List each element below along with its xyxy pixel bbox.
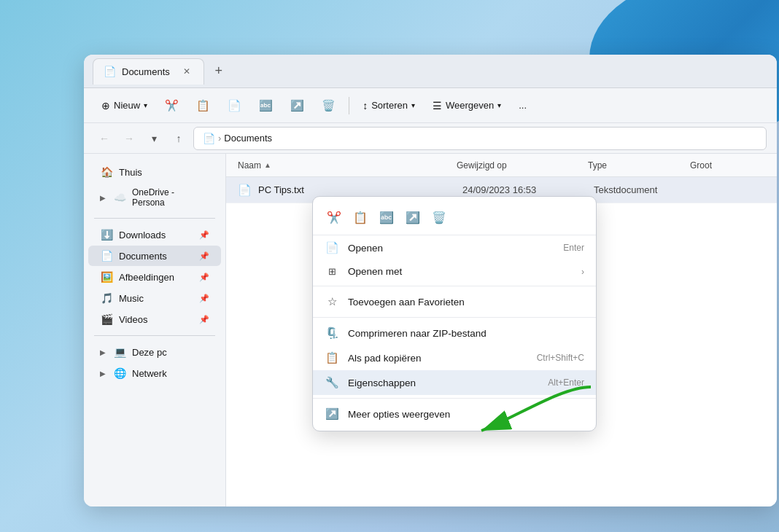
new-icon: ⊕ bbox=[101, 100, 110, 112]
new-tab-button[interactable]: + bbox=[209, 61, 229, 82]
ctx-cut-button[interactable]: ✂️ bbox=[322, 206, 346, 229]
copy-icon: 📋 bbox=[196, 99, 210, 112]
file-area: Naam ▲ Gewijzigd op Type Groot 📄 bbox=[226, 154, 777, 506]
breadcrumb-folder-icon: 📄 bbox=[203, 133, 215, 144]
tab-icon: 📄 bbox=[104, 66, 116, 77]
more-button[interactable]: ... bbox=[511, 96, 534, 114]
music-icon: 🎵 bbox=[100, 292, 113, 304]
expand-icon: ▶ bbox=[100, 369, 106, 378]
forward-button[interactable]: → bbox=[119, 128, 139, 149]
share-button[interactable]: ↗️ bbox=[283, 95, 311, 116]
sidebar-separator-2 bbox=[94, 335, 215, 336]
col-type: Type bbox=[588, 160, 690, 171]
rename-button[interactable]: 🔤 bbox=[252, 95, 280, 116]
cut-button[interactable]: ✂️ bbox=[158, 95, 186, 116]
copy-button[interactable]: 📋 bbox=[189, 95, 217, 116]
sort-dropdown-icon: ▾ bbox=[411, 101, 415, 109]
videos-icon: 🎬 bbox=[100, 313, 113, 325]
sidebar-item-videos[interactable]: 🎬 Videos 📌 bbox=[88, 309, 221, 329]
sidebar-item-onedrive[interactable]: ▶ ☁️ OneDrive - Persona bbox=[88, 183, 221, 212]
title-bar: 📄 Documents ✕ + bbox=[84, 55, 777, 88]
ctx-copy-button[interactable]: 📋 bbox=[348, 206, 373, 229]
ctx-meer-icon: ↗️ bbox=[325, 407, 339, 420]
sidebar-item-label: Afbeeldingen bbox=[119, 272, 174, 283]
ctx-pad-icon: 📋 bbox=[325, 351, 339, 364]
delete-button[interactable]: 🗑️ bbox=[314, 95, 343, 116]
active-tab[interactable]: 📄 Documents ✕ bbox=[93, 58, 204, 85]
new-label: Nieuw bbox=[114, 100, 140, 111]
download-icon: ⬇️ bbox=[100, 229, 113, 240]
breadcrumb[interactable]: 📄 › Documents bbox=[193, 127, 767, 150]
view-dropdown-icon: ▾ bbox=[497, 101, 501, 109]
sidebar: 🏠 Thuis ▶ ☁️ OneDrive - Persona ⬇️ Downl… bbox=[84, 154, 226, 506]
sidebar-item-label: Documents bbox=[119, 251, 167, 262]
sidebar-item-music[interactable]: 🎵 Music 📌 bbox=[88, 288, 221, 308]
ctx-separator-1 bbox=[313, 286, 596, 286]
sidebar-item-thuis[interactable]: 🏠 Thuis bbox=[88, 162, 221, 182]
cloud-icon: ☁️ bbox=[113, 192, 126, 203]
main-area: 🏠 Thuis ▶ ☁️ OneDrive - Persona ⬇️ Downl… bbox=[84, 154, 777, 506]
breadcrumb-current: Documents bbox=[224, 133, 272, 144]
ctx-toevoegen-label: Toevoegen aan Favorieten bbox=[348, 297, 584, 308]
ctx-separator-3 bbox=[313, 398, 596, 399]
ctx-rename-button[interactable]: 🔤 bbox=[374, 206, 399, 229]
breadcrumb-separator: › bbox=[218, 133, 221, 144]
pin-icon: 📌 bbox=[199, 251, 209, 261]
expand-icon: ▶ bbox=[100, 194, 106, 202]
sidebar-item-netwerk[interactable]: ▶ 🌐 Netwerk bbox=[88, 363, 221, 383]
sidebar-item-label: Music bbox=[119, 293, 144, 304]
ctx-meer-opties[interactable]: ↗️ Meer opties weergeven bbox=[313, 402, 596, 426]
ctx-openen-label: Openen bbox=[348, 243, 554, 254]
ctx-eigenschappen[interactable]: 🔧 Eigenschappen Alt+Enter bbox=[313, 370, 596, 395]
rename-icon: 🔤 bbox=[259, 99, 273, 112]
sort-icon: ↕️ bbox=[363, 100, 368, 112]
file-type: Tekstdocument bbox=[594, 184, 696, 195]
tab-close-button[interactable]: ✕ bbox=[180, 65, 193, 78]
pictures-icon: 🖼️ bbox=[100, 271, 113, 283]
sidebar-item-documents[interactable]: 📄 Documents 📌 bbox=[88, 246, 221, 266]
new-button[interactable]: ⊕ Nieuw ▾ bbox=[94, 96, 155, 115]
ctx-openen-met[interactable]: ⊞ Openen met › bbox=[313, 260, 596, 283]
sidebar-item-downloads[interactable]: ⬇️ Downloads 📌 bbox=[88, 224, 221, 245]
sort-button[interactable]: ↕️ Sorteren ▾ bbox=[355, 96, 422, 115]
nav-bar: ← → ▾ ↑ 📄 › Documents bbox=[84, 123, 777, 154]
col-naam-label: Naam bbox=[238, 160, 261, 171]
view-button[interactable]: ☰ Weergeven ▾ bbox=[425, 96, 508, 115]
ctx-arrow-icon: › bbox=[581, 267, 584, 277]
sidebar-item-label: Thuis bbox=[119, 167, 142, 178]
pin-icon: 📌 bbox=[199, 315, 209, 324]
ctx-pad-kopieren[interactable]: 📋 Als pad kopiëren Ctrl+Shift+C bbox=[313, 345, 596, 370]
paste-button[interactable]: 📄 bbox=[220, 95, 249, 116]
ctx-openen-met-label: Openen met bbox=[348, 266, 568, 277]
ctx-openen-shortcut: Enter bbox=[563, 243, 584, 253]
sidebar-item-label: Videos bbox=[119, 314, 148, 325]
sidebar-item-deze-pc[interactable]: ▶ 💻 Deze pc bbox=[88, 342, 221, 362]
computer-icon: 💻 bbox=[113, 346, 126, 358]
ctx-share-button[interactable]: ↗️ bbox=[400, 206, 425, 229]
file-type-icon: 📄 bbox=[238, 184, 252, 197]
delete-icon: 🗑️ bbox=[322, 99, 336, 112]
view-icon: ☰ bbox=[433, 100, 442, 112]
col-naam: Naam ▲ bbox=[238, 160, 457, 171]
share-icon: ↗️ bbox=[290, 99, 304, 112]
up-button[interactable]: ↑ bbox=[168, 128, 189, 149]
col-size: Groot bbox=[690, 160, 765, 171]
file-modified: 24/09/2023 16:53 bbox=[462, 184, 594, 195]
sort-arrow: ▲ bbox=[264, 161, 271, 169]
ctx-delete-button[interactable]: 🗑️ bbox=[427, 206, 451, 229]
column-headers: Naam ▲ Gewijzigd op Type Groot bbox=[226, 154, 777, 177]
ctx-eigenschappen-shortcut: Alt+Enter bbox=[548, 378, 584, 388]
sidebar-item-label: OneDrive - Persona bbox=[132, 187, 209, 208]
ctx-openen[interactable]: 📄 Openen Enter bbox=[313, 235, 596, 260]
toolbar-separator bbox=[349, 97, 349, 114]
sidebar-item-afbeeldingen[interactable]: 🖼️ Afbeeldingen 📌 bbox=[88, 267, 221, 287]
recent-button[interactable]: ▾ bbox=[144, 128, 164, 149]
back-button[interactable]: ← bbox=[94, 128, 115, 149]
file-explorer-window: 📄 Documents ✕ + ⊕ Nieuw ▾ ✂️ 📋 📄 bbox=[84, 55, 777, 506]
ctx-pad-label: Als pad kopiëren bbox=[348, 353, 528, 364]
ctx-toevoegen[interactable]: ☆ Toevoegen aan Favorieten bbox=[313, 289, 596, 314]
ctx-comprimeren[interactable]: 🗜️ Comprimeren naar ZIP-bestand bbox=[313, 321, 596, 345]
ctx-eigenschappen-label: Eigenschappen bbox=[348, 378, 539, 388]
documents-icon: 📄 bbox=[100, 250, 113, 262]
ctx-openen-met-icon: ⊞ bbox=[325, 266, 339, 277]
